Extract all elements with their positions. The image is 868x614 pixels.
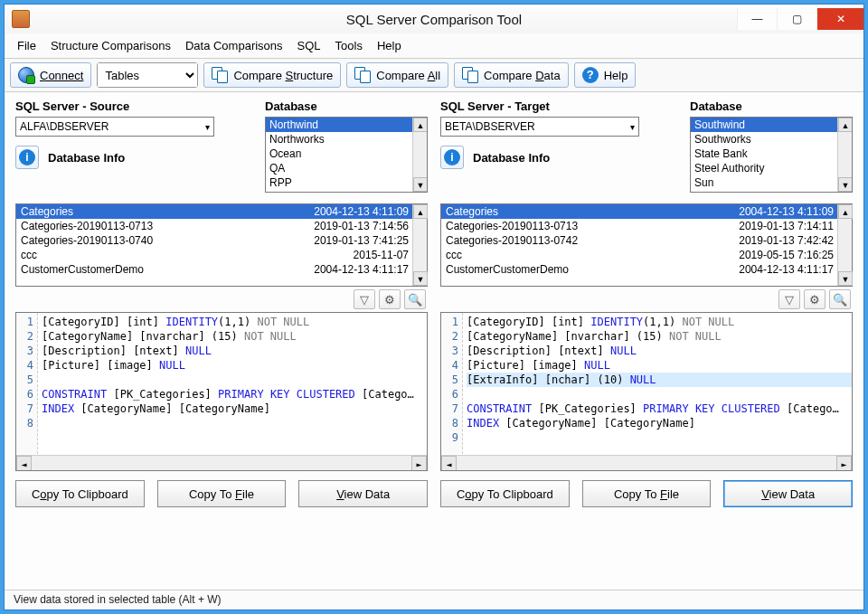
target-db-info-label: Database Info [473, 151, 550, 165]
menu-help[interactable]: Help [377, 39, 401, 52]
source-database-list[interactable]: NorthwindNorthworksOceanQARPP ▲ ▼ [265, 117, 428, 193]
source-code-view[interactable]: 12345678 [CategoryID] [int] IDENTITY(1,1… [15, 312, 428, 471]
table-row[interactable]: Categories-20190113-07402019-01-13 7:41:… [16, 233, 427, 248]
compare-data-button[interactable]: Compare Data [454, 62, 569, 88]
horizontal-scrollbar[interactable]: ◄ ► [441, 455, 852, 470]
chevron-down-icon: ▾ [630, 122, 635, 132]
list-item[interactable]: Ocean [266, 146, 427, 161]
chevron-down-icon: ▾ [205, 122, 210, 132]
scrollbar[interactable]: ▲ ▼ [412, 204, 427, 286]
scroll-right-icon[interactable]: ► [411, 456, 427, 471]
scroll-down-icon[interactable]: ▼ [838, 177, 853, 192]
list-item[interactable]: Northworks [266, 132, 427, 146]
scroll-up-icon[interactable]: ▲ [413, 118, 428, 132]
source-copy-file-button[interactable]: Copy To File [157, 480, 287, 507]
scroll-down-icon[interactable]: ▼ [413, 177, 428, 192]
source-database-label: Database [265, 99, 428, 113]
table-row[interactable]: Categories2004-12-13 4:11:09 [16, 204, 427, 219]
scrollbar[interactable]: ▲ ▼ [837, 118, 852, 192]
line-gutter: 12345678 [16, 313, 38, 454]
target-database-list[interactable]: SouthwindSouthworksState BankSteel Autho… [690, 117, 853, 193]
connect-button[interactable]: Connect [10, 62, 91, 88]
target-server-label: SQL Server - Target [440, 99, 677, 113]
table-row[interactable]: Categories2004-12-13 4:11:09 [441, 204, 852, 219]
source-db-info-button[interactable]: i [15, 146, 39, 169]
menu-structure[interactable]: Structure Comparisons [51, 39, 171, 52]
app-icon [12, 10, 30, 28]
search-icon: 🔍 [408, 293, 422, 307]
object-type-dropdown[interactable]: Tables [98, 63, 197, 87]
scroll-up-icon[interactable]: ▲ [413, 204, 428, 219]
table-row[interactable]: CustomerCustomerDemo2004-12-13 4:11:17 [16, 262, 427, 277]
scroll-left-icon[interactable]: ◄ [16, 456, 32, 471]
scroll-down-icon[interactable]: ▼ [838, 271, 853, 286]
list-item[interactable]: RPP [266, 175, 427, 190]
connect-icon [18, 67, 34, 83]
code-lines: [CategoryID] [int] IDENTITY(1,1) NOT NUL… [467, 315, 852, 454]
list-item[interactable]: Steel Authority [691, 161, 852, 175]
table-row[interactable]: CustomerCustomerDemo2004-12-13 4:11:17 [441, 262, 852, 277]
scrollbar[interactable]: ▲ ▼ [837, 204, 852, 286]
menu-sql[interactable]: SQL [297, 39, 321, 52]
list-item[interactable]: QA [266, 161, 427, 175]
code-lines: [CategoryID] [int] IDENTITY(1,1) NOT NUL… [42, 315, 427, 454]
list-item[interactable]: State Bank [691, 146, 852, 161]
source-view-data-button[interactable]: View Data [298, 480, 428, 507]
help-button[interactable]: ? Help [574, 62, 637, 88]
target-view-data-button[interactable]: View Data [723, 480, 853, 507]
target-database-label: Database [690, 99, 853, 113]
list-item[interactable]: Sun [691, 175, 852, 190]
table-row[interactable]: Categories-20190113-07132019-01-13 7:14:… [16, 219, 427, 233]
scroll-right-icon[interactable]: ► [836, 456, 852, 471]
scroll-up-icon[interactable]: ▲ [838, 118, 853, 132]
settings-button[interactable]: ⚙ [379, 289, 401, 309]
object-type-select[interactable]: Tables [97, 62, 198, 88]
line-gutter: 123456789 [441, 313, 463, 454]
filter-button[interactable]: ▽ [354, 289, 375, 309]
compare-all-icon [354, 67, 371, 83]
table-row[interactable]: Categories-20190113-07132019-01-13 7:14:… [441, 219, 852, 233]
workspace: SQL Server - Source ALFA\DBSERVER ▾ i Da… [5, 92, 863, 590]
target-tables-list[interactable]: Categories2004-12-13 4:11:09Categories-2… [440, 203, 853, 287]
funnel-icon: ▽ [360, 293, 369, 307]
target-copy-file-button[interactable]: Copy To File [582, 480, 712, 507]
scroll-up-icon[interactable]: ▲ [838, 204, 853, 219]
list-item[interactable]: Southwind [691, 118, 852, 132]
target-db-info-button[interactable]: i [440, 146, 464, 169]
menu-data[interactable]: Data Comparisons [185, 39, 283, 52]
table-row[interactable]: ccc2019-05-15 7:16:25 [441, 248, 852, 262]
source-copy-clipboard-button[interactable]: Copy To Clipboard [15, 480, 145, 507]
settings-button[interactable]: ⚙ [804, 289, 826, 309]
compare-all-button[interactable]: Compare All [346, 62, 448, 88]
menu-tools[interactable]: Tools [335, 39, 363, 52]
info-icon: i [444, 149, 460, 165]
search-button[interactable]: 🔍 [404, 289, 426, 309]
app-window: SQL Server Comparison Tool — ▢ ✕ File St… [4, 4, 864, 610]
info-icon: i [19, 149, 35, 165]
source-tables-list[interactable]: Categories2004-12-13 4:11:09Categories-2… [15, 203, 428, 287]
compare-structure-button[interactable]: Compare Structure [203, 62, 341, 88]
status-bar: View data stored in selected table (Alt … [5, 590, 863, 609]
search-button[interactable]: 🔍 [829, 289, 851, 309]
source-server-combo[interactable]: ALFA\DBSERVER ▾ [15, 117, 214, 137]
compare-data-icon [462, 67, 478, 83]
maximize-button[interactable]: ▢ [777, 8, 816, 30]
list-item[interactable]: Northwind [266, 118, 427, 132]
close-button[interactable]: ✕ [816, 8, 863, 30]
minimize-button[interactable]: — [737, 8, 777, 30]
table-row[interactable]: Categories-20190113-07422019-01-13 7:42:… [441, 233, 852, 248]
toolbar: Connect Tables Compare Structure Compare… [5, 59, 863, 92]
list-item[interactable]: Southworks [691, 132, 852, 146]
source-server-label: SQL Server - Source [15, 99, 252, 113]
filter-button[interactable]: ▽ [778, 289, 800, 309]
target-code-view[interactable]: 123456789 [CategoryID] [int] IDENTITY(1,… [440, 312, 853, 471]
target-server-combo[interactable]: BETA\DBSERVER ▾ [440, 117, 639, 137]
scrollbar[interactable]: ▲ ▼ [412, 118, 427, 192]
target-copy-clipboard-button[interactable]: Copy To Clipboard [440, 480, 570, 507]
target-pane: SQL Server - Target BETA\DBSERVER ▾ i Da… [440, 99, 853, 584]
scroll-down-icon[interactable]: ▼ [413, 271, 428, 286]
horizontal-scrollbar[interactable]: ◄ ► [16, 455, 427, 470]
menu-file[interactable]: File [17, 39, 36, 52]
scroll-left-icon[interactable]: ◄ [441, 456, 457, 471]
table-row[interactable]: ccc2015-11-07 [16, 248, 427, 262]
